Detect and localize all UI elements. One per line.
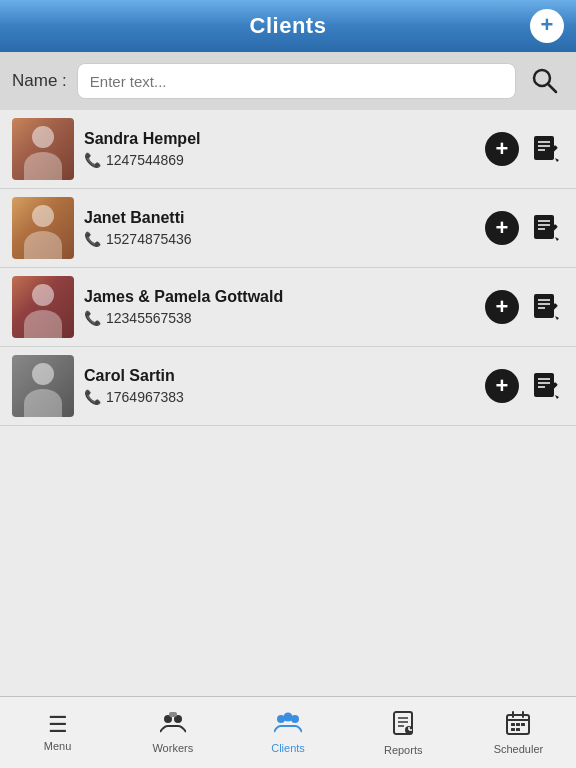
svg-marker-19 (555, 316, 559, 320)
workers-icon (160, 712, 186, 738)
clients-icon (274, 712, 302, 738)
client-actions: + (484, 368, 564, 404)
client-phone: 📞 12345567538 (84, 310, 474, 326)
svg-rect-47 (516, 728, 520, 731)
note-icon (529, 132, 563, 166)
svg-marker-7 (555, 158, 559, 162)
client-info: James & Pamela Gottwald 📞 12345567538 (84, 288, 474, 326)
client-list: Sandra Hempel 📞 1247544869 + (0, 110, 576, 696)
svg-rect-44 (516, 723, 520, 726)
circle-plus-icon: + (485, 132, 519, 166)
app-header: Clients + (0, 0, 576, 52)
search-bar: Name : (0, 52, 576, 110)
tab-workers-label: Workers (152, 742, 193, 754)
list-item: Carol Sartin 📞 1764967383 + (0, 347, 576, 426)
add-action-button[interactable]: + (484, 210, 520, 246)
svg-rect-2 (534, 136, 554, 160)
client-actions: + (484, 210, 564, 246)
reports-icon (392, 710, 414, 740)
list-item: Sandra Hempel 📞 1247544869 + (0, 110, 576, 189)
avatar (12, 276, 74, 338)
list-item: James & Pamela Gottwald 📞 12345567538 + (0, 268, 576, 347)
scheduler-icon (506, 711, 530, 739)
add-action-button[interactable]: + (484, 131, 520, 167)
client-actions: + (484, 289, 564, 325)
client-phone: 📞 1764967383 (84, 389, 474, 405)
phone-icon: 📞 (84, 231, 101, 247)
svg-point-30 (284, 712, 293, 721)
tab-menu-label: Menu (44, 740, 72, 752)
menu-icon: ☰ (48, 714, 68, 736)
avatar (12, 197, 74, 259)
circle-plus-icon: + (485, 290, 519, 324)
phone-icon: 📞 (84, 310, 101, 326)
circle-plus-icon: + (485, 211, 519, 245)
svg-marker-25 (555, 395, 559, 399)
avatar (12, 355, 74, 417)
note-icon (529, 369, 563, 403)
svg-point-31 (291, 715, 299, 723)
phone-icon: 📞 (84, 389, 101, 405)
note-icon (529, 211, 563, 245)
svg-marker-13 (555, 237, 559, 241)
list-item: Janet Banetti 📞 15274875436 + (0, 189, 576, 268)
client-info: Janet Banetti 📞 15274875436 (84, 209, 474, 247)
search-icon (531, 67, 559, 95)
note-action-button[interactable] (528, 289, 564, 325)
page-title: Clients (250, 13, 327, 39)
add-action-button[interactable]: + (484, 368, 520, 404)
svg-rect-28 (169, 712, 177, 717)
note-action-button[interactable] (528, 210, 564, 246)
svg-rect-8 (534, 215, 554, 239)
avatar (12, 118, 74, 180)
tab-clients[interactable]: Clients (230, 697, 345, 768)
client-name: Sandra Hempel (84, 130, 474, 148)
client-phone: 📞 1247544869 (84, 152, 474, 168)
client-name: Janet Banetti (84, 209, 474, 227)
client-info: Sandra Hempel 📞 1247544869 (84, 130, 474, 168)
add-client-button[interactable]: + (530, 9, 564, 43)
svg-rect-14 (534, 294, 554, 318)
tab-workers[interactable]: Workers (115, 697, 230, 768)
search-label: Name : (12, 71, 67, 91)
tab-reports-label: Reports (384, 744, 423, 756)
client-phone: 📞 15274875436 (84, 231, 474, 247)
svg-rect-43 (511, 723, 515, 726)
search-input[interactable] (77, 63, 516, 99)
svg-rect-20 (534, 373, 554, 397)
circle-plus-icon: + (485, 369, 519, 403)
client-actions: + (484, 131, 564, 167)
tab-bar: ☰ Menu Workers Clients (0, 696, 576, 768)
tab-menu[interactable]: ☰ Menu (0, 697, 115, 768)
add-action-button[interactable]: + (484, 289, 520, 325)
svg-rect-46 (511, 728, 515, 731)
svg-line-1 (548, 84, 556, 92)
note-action-button[interactable] (528, 368, 564, 404)
note-action-button[interactable] (528, 131, 564, 167)
client-info: Carol Sartin 📞 1764967383 (84, 367, 474, 405)
svg-rect-45 (521, 723, 525, 726)
client-name: James & Pamela Gottwald (84, 288, 474, 306)
search-button[interactable] (526, 62, 564, 100)
tab-scheduler[interactable]: Scheduler (461, 697, 576, 768)
tab-clients-label: Clients (271, 742, 305, 754)
tab-scheduler-label: Scheduler (494, 743, 544, 755)
note-icon (529, 290, 563, 324)
tab-reports[interactable]: Reports (346, 697, 461, 768)
phone-icon: 📞 (84, 152, 101, 168)
client-name: Carol Sartin (84, 367, 474, 385)
